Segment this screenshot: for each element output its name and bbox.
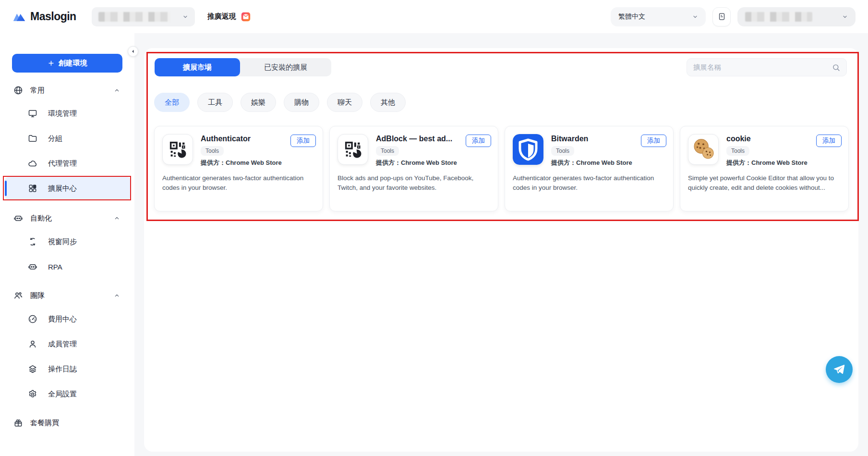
bitwarden-shield-icon [513, 134, 543, 165]
chevron-down-icon [842, 14, 848, 20]
sidebar-item-rpa[interactable]: RPA [0, 256, 134, 277]
filter-pill-all[interactable]: 全部 [154, 93, 190, 112]
sidebar-group-label: 常用 [30, 86, 45, 95]
cookie-icon [688, 134, 719, 165]
extension-name: Authenticator [201, 135, 251, 143]
extension-card-cookie: cookie Tools 提供方：Chrome Web Store Simple… [680, 126, 849, 211]
chevron-left-icon [131, 49, 135, 53]
sidebar-item-plan-purchase[interactable]: 套餐購買 [0, 412, 134, 433]
sidebar-group-common[interactable]: 常用 [0, 80, 134, 101]
add-extension-button[interactable]: 添加 [641, 135, 666, 147]
team-icon [13, 291, 23, 300]
language-value: 繁體中文 [618, 12, 645, 21]
active-item-indicator [5, 181, 7, 196]
sidebar-item-environments[interactable]: 環境管理 [0, 103, 134, 124]
qr-code-icon [338, 134, 368, 165]
filter-pill-entertainment[interactable]: 娛樂 [241, 93, 276, 112]
red-envelope-icon [241, 12, 251, 22]
filter-pill-shopping[interactable]: 購物 [284, 93, 319, 112]
maslogin-logo-icon [12, 11, 26, 23]
environment-selector-dropdown[interactable] [92, 7, 195, 26]
user-account-dropdown[interactable] [737, 7, 856, 26]
add-extension-button[interactable]: 添加 [466, 135, 491, 147]
globe-icon [13, 86, 23, 95]
language-selector-dropdown[interactable]: 繁體中文 [611, 7, 706, 26]
sidebar-item-label: 套餐購買 [30, 419, 59, 428]
sidebar-item-label: 環境管理 [48, 109, 77, 118]
tab-extension-market[interactable]: 擴展市場 [155, 58, 240, 76]
sidebar-item-extension-center[interactable]: 擴展中心 [0, 177, 134, 200]
layers-icon [28, 364, 37, 374]
create-environment-button[interactable]: 創建環境 [12, 54, 122, 73]
docs-button[interactable] [712, 7, 731, 26]
extension-name: Bitwarden [551, 135, 588, 143]
redacted-user-name [745, 12, 812, 22]
sidebar-group-automation[interactable]: 自動化 [0, 208, 134, 229]
extension-category-tag: Tools [376, 146, 399, 156]
folder-icon [28, 134, 37, 143]
extension-description: Block ads and pop-ups on YouTube, Facebo… [338, 173, 490, 193]
sidebar-item-label: 全局設置 [48, 390, 77, 399]
tab-installed-extensions[interactable]: 已安裝的擴展 [240, 58, 331, 76]
person-icon [28, 339, 37, 349]
add-extension-button[interactable]: 添加 [816, 135, 842, 147]
app-header: Maslogin 推廣返現 繁體中文 [0, 0, 868, 33]
sync-icon [28, 237, 37, 246]
sidebar-item-groups[interactable]: 分組 [0, 128, 134, 149]
extension-name: cookie [726, 135, 751, 143]
sidebar-item-label: 擴展中心 [48, 184, 77, 193]
search-icon [832, 63, 840, 72]
extension-search-box[interactable] [687, 58, 847, 76]
chevron-down-icon [692, 14, 698, 20]
extension-card-list: Authenticator Tools 提供方：Chrome Web Store… [154, 126, 849, 211]
sidebar-item-proxy-management[interactable]: 代理管理 [0, 153, 134, 174]
extension-provider: 提供方：Chrome Web Store [551, 159, 632, 167]
sidebar-item-label: 成員管理 [48, 340, 77, 349]
filter-pill-chat[interactable]: 聊天 [327, 93, 362, 112]
brand-name: Maslogin [30, 10, 76, 23]
extension-card-adblock: AdBlock — best ad... Tools 提供方：Chrome We… [329, 126, 498, 211]
plus-icon [48, 60, 55, 67]
gauge-icon [28, 314, 37, 324]
extension-provider: 提供方：Chrome Web Store [376, 159, 457, 167]
promo-label: 推廣返現 [207, 12, 236, 21]
sidebar-item-label: 分組 [48, 134, 62, 143]
telegram-plane-icon [832, 362, 846, 377]
sidebar-item-member-management[interactable]: 成員管理 [0, 333, 134, 355]
promo-cashback-link[interactable]: 推廣返現 [207, 12, 251, 22]
sidebar-item-label: 費用中心 [48, 315, 77, 324]
redacted-environment-name [98, 12, 170, 22]
sidebar-item-window-sync[interactable]: 視窗同步 [0, 231, 134, 252]
main-content-area: 擴展市場 已安裝的擴展 全部 工具 娛樂 購物 聊天 其他 [134, 33, 868, 456]
sidebar-item-global-settings[interactable]: 全局設置 [0, 383, 134, 405]
sidebar-group-label: 團隊 [30, 291, 45, 300]
sidebar-item-label: 操作日誌 [48, 365, 77, 374]
extension-provider: 提供方：Chrome Web Store [201, 159, 282, 167]
telegram-support-button[interactable] [826, 356, 853, 383]
create-environment-label: 創建環境 [59, 59, 87, 68]
qr-code-icon [162, 134, 193, 165]
sidebar-item-label: 代理管理 [48, 159, 77, 168]
extension-provider: 提供方：Chrome Web Store [726, 159, 808, 167]
filter-pill-other[interactable]: 其他 [370, 93, 406, 112]
sidebar-item-operation-logs[interactable]: 操作日誌 [0, 358, 134, 380]
gear-icon [28, 389, 37, 399]
extension-search-input[interactable] [693, 63, 832, 71]
document-icon [718, 12, 726, 21]
sidebar-collapse-button[interactable] [128, 46, 138, 57]
extension-card-bitwarden: Bitwarden Tools 提供方：Chrome Web Store Aut… [505, 126, 674, 211]
gift-icon [13, 418, 23, 428]
sidebar-group-team[interactable]: 團隊 [0, 285, 134, 306]
filter-pill-tools[interactable]: 工具 [197, 93, 233, 112]
extension-description: Authenticator generates two-factor authe… [162, 173, 315, 193]
extension-name: AdBlock — best ad... [376, 135, 452, 143]
robot-icon [28, 262, 37, 271]
add-extension-button[interactable]: 添加 [290, 135, 316, 147]
sidebar: 創建環境 常用 環境管理 分組 代理管理 擴展中心 [0, 33, 134, 456]
chevron-down-icon [182, 14, 188, 20]
sidebar-item-billing-center[interactable]: 費用中心 [0, 308, 134, 330]
extension-category-tag: Tools [551, 146, 574, 156]
monitor-icon [28, 109, 37, 118]
extension-description: Simple yet powerful Cookie Editor that a… [688, 173, 841, 193]
sidebar-group-label: 自動化 [30, 214, 52, 223]
